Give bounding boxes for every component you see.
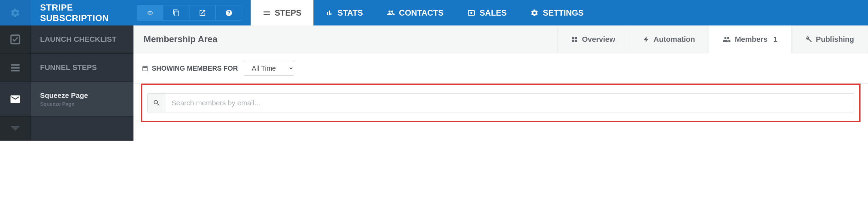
external-link-icon-button[interactable] [189, 5, 216, 20]
svg-rect-5 [575, 37, 577, 39]
nav-sales-label: SALES [480, 8, 507, 18]
sidebar: LAUNCH CHECKLIST FUNNEL STEPS Squeeze Pa… [0, 25, 133, 141]
nav-stats-label: STATS [338, 8, 363, 18]
search-wrap [147, 93, 854, 112]
page-title: STRIPE SUBSCRIPTION [31, 2, 133, 23]
svg-rect-1 [11, 64, 20, 66]
content-header: Membership Area Overview Automation Memb… [133, 25, 868, 53]
time-filter-select[interactable]: All Time [244, 61, 294, 76]
calendar-icon [142, 65, 148, 72]
tab-members[interactable]: Members 1 [709, 25, 791, 54]
filter-label: SHOWING MEMBERS FOR [142, 65, 238, 72]
search-highlight-box [141, 84, 861, 122]
nav-contacts-label: CONTACTS [399, 8, 444, 18]
tab-automation-label: Automation [654, 35, 695, 44]
filter-bar: SHOWING MEMBERS FOR All Time [133, 53, 868, 84]
link-icon-button[interactable] [137, 5, 163, 20]
nav-sales[interactable]: SALES [455, 0, 519, 25]
tab-overview[interactable]: Overview [557, 25, 629, 53]
squeeze-title: Squeeze Page [40, 91, 133, 100]
search-area [133, 84, 868, 126]
tab-automation[interactable]: Automation [629, 25, 709, 53]
sidebar-funnel-steps[interactable]: FUNNEL STEPS [0, 54, 133, 82]
copy-icon-button[interactable] [163, 5, 189, 20]
tab-publishing[interactable]: Publishing [791, 25, 868, 53]
top-icon-button-group [137, 5, 242, 21]
list-icon [0, 54, 31, 82]
nav-settings[interactable]: SETTINGS [519, 0, 595, 25]
nav-stats[interactable]: STATS [313, 0, 375, 25]
nav-steps[interactable]: STEPS [251, 0, 313, 25]
nav-settings-label: SETTINGS [543, 8, 583, 18]
content-title: Membership Area [133, 34, 557, 44]
nav-contacts[interactable]: CONTACTS [375, 0, 456, 25]
top-bar: STRIPE SUBSCRIPTION STEPS STATS CONTACTS [0, 0, 868, 25]
squeeze-sub: Squeeze Page [40, 101, 133, 107]
search-icon [148, 94, 165, 112]
svg-rect-7 [575, 39, 577, 42]
tab-overview-label: Overview [582, 35, 615, 44]
tab-members-count: 1 [773, 35, 777, 44]
envelope-icon [0, 82, 31, 116]
content-area: Membership Area Overview Automation Memb… [133, 25, 868, 141]
help-icon-button[interactable] [216, 5, 242, 20]
launch-checklist-label: LAUNCH CHECKLIST [31, 35, 133, 44]
content-tabs: Overview Automation Members 1 Publishing [557, 25, 868, 53]
gear-icon[interactable] [0, 0, 31, 25]
svg-rect-2 [11, 67, 20, 69]
filter-label-text: SHOWING MEMBERS FOR [152, 65, 238, 72]
search-input[interactable] [165, 94, 854, 112]
svg-rect-6 [572, 39, 574, 42]
top-nav: STEPS STATS CONTACTS SALES SETTINGS [251, 0, 595, 25]
tab-members-label: Members [735, 35, 768, 44]
sidebar-next-label [31, 117, 133, 140]
funnel-steps-label: FUNNEL STEPS [31, 63, 133, 72]
sidebar-next-row[interactable] [0, 117, 133, 141]
svg-rect-3 [11, 70, 20, 71]
checklist-icon [0, 25, 31, 53]
chevron-down-icon [0, 117, 31, 140]
nav-steps-label: STEPS [275, 8, 302, 18]
sidebar-launch-checklist[interactable]: LAUNCH CHECKLIST [0, 25, 133, 54]
svg-rect-4 [572, 37, 574, 39]
sidebar-step-squeeze[interactable]: Squeeze Page Squeeze Page [0, 82, 133, 117]
tab-publishing-label: Publishing [816, 35, 854, 44]
